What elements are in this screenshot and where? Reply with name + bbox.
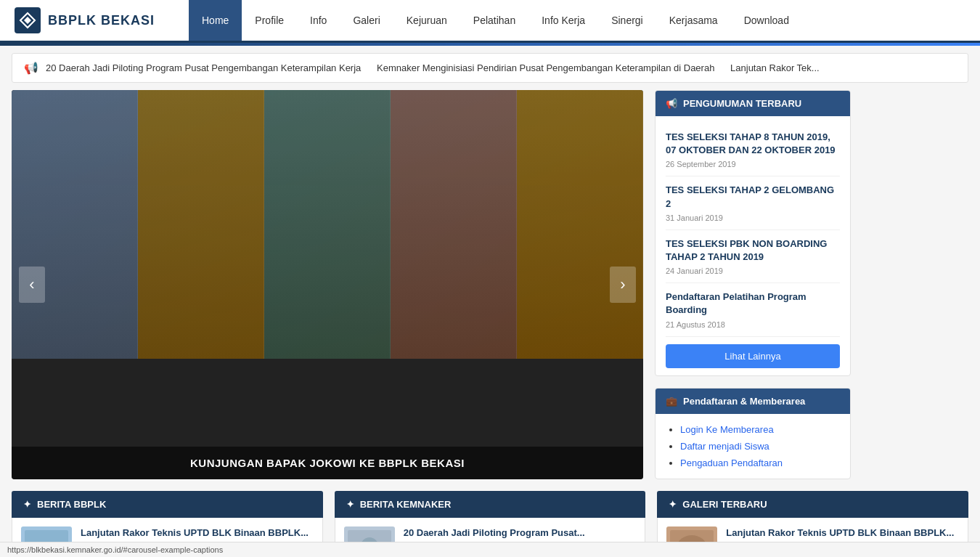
ticker-bar: 📢 20 Daerah Jadi Piloting Program Pusat … [12, 53, 968, 83]
status-url: https://blkbekasi.kemnaker.go.id/#carous… [7, 545, 223, 554]
berita-kemnaker-header: ✦ BERITA KEMNAKER [335, 491, 646, 518]
pendaftaran-link-1: Login Ke Memberarea [680, 421, 840, 438]
pendaftaran-header: 💼 Pendaftaran & Memberarea [656, 389, 850, 414]
svg-rect-1 [12, 90, 643, 359]
announcement-icon: 📢 [666, 98, 677, 109]
brand-name: BBPLK BEKASI [48, 13, 155, 28]
main-content: ‹ › KUNJUNGAN BAPAK JOKOWI KE BBPLK BEKA… [0, 90, 980, 491]
nav-infokerja[interactable]: Info Kerja [528, 0, 598, 41]
pengumuman-card: 📢 PENGUMUMAN TERBARU TES SELEKSI TAHAP 8… [655, 90, 851, 376]
nav-galeri[interactable]: Galeri [340, 0, 393, 41]
ticker-text: 20 Daerah Jadi Piloting Program Pusat Pe… [46, 62, 820, 73]
carousel-overlay-svg [12, 90, 643, 359]
pengumuman-body: TES SELEKSI TAHAP 8 TAHUN 2019, 07 OKTOB… [656, 116, 850, 375]
pendaftaran-card: 💼 Pendaftaran & Memberarea Login Ke Memb… [655, 388, 851, 479]
carousel-prev-button[interactable]: ‹ [19, 267, 45, 303]
nav-kerjasama[interactable]: Kerjasama [656, 0, 731, 41]
berita-bbplk-header: ✦ BERITA BBPLK [12, 491, 323, 518]
nav-download[interactable]: Download [731, 0, 802, 41]
nav-kejuruan[interactable]: Kejuruan [393, 0, 460, 41]
nav-pelatihan[interactable]: Pelatihan [460, 0, 528, 41]
main-nav: Home Profile Info Galeri Kejuruan Pelati… [189, 0, 802, 41]
nav-info[interactable]: Info [297, 0, 340, 41]
nav-profile[interactable]: Profile [242, 0, 297, 41]
pengumuman-header: 📢 PENGUMUMAN TERBARU [656, 91, 850, 116]
carousel: ‹ › KUNJUNGAN BAPAK JOKOWI KE BBPLK BEKA… [12, 90, 643, 479]
announcement-item-3: TES SELEKSI PBK NON BOARDING TAHAP 2 TAH… [666, 230, 840, 283]
berita-bbplk-icon: ✦ [23, 499, 31, 510]
sidebar: 📢 PENGUMUMAN TERBARU TES SELEKSI TAHAP 8… [655, 90, 851, 479]
brand: BBPLK BEKASI [0, 0, 189, 41]
nav-sinergi[interactable]: Sinergi [598, 0, 656, 41]
pendaftaran-link-2: Daftar menjadi Siswa [680, 438, 840, 455]
announcement-item-1: TES SELEKSI TAHAP 8 TAHUN 2019, 07 OKTOB… [666, 123, 840, 176]
pendaftaran-icon: 💼 [666, 396, 677, 407]
lihat-lainnya-button[interactable]: Lihat Lainnya [666, 344, 840, 368]
carousel-next-button[interactable]: › [610, 267, 636, 303]
status-bar: https://blkbekasi.kemnaker.go.id/#carous… [0, 542, 980, 557]
announcement-item-4: Pendaftaran Pelatihan Program Boarding 2… [666, 283, 840, 336]
carousel-image [12, 90, 643, 359]
megaphone-icon: 📢 [24, 61, 38, 75]
berita-kemnaker-icon: ✦ [346, 499, 354, 510]
navbar: BBPLK BEKASI Home Profile Info Galeri Ke… [0, 0, 980, 43]
brand-logo-icon [15, 7, 41, 33]
announcement-item-2: TES SELEKSI TAHAP 2 GELOMBANG 2 31 Janua… [666, 176, 840, 229]
accent-bar [0, 43, 980, 46]
nav-home[interactable]: Home [189, 0, 242, 41]
pendaftaran-links: Login Ke Memberarea Daftar menjadi Siswa… [666, 421, 840, 471]
carousel-caption: KUNJUNGAN BAPAK JOKOWI KE BBPLK BEKASI [12, 447, 643, 479]
pendaftaran-link-3: Pengaduan Pendaftaran [680, 455, 840, 471]
pendaftaran-body: Login Ke Memberarea Daftar menjadi Siswa… [656, 414, 850, 479]
galeri-terbaru-icon: ✦ [669, 499, 677, 510]
galeri-terbaru-header: ✦ GALERI TERBARU [657, 491, 968, 518]
